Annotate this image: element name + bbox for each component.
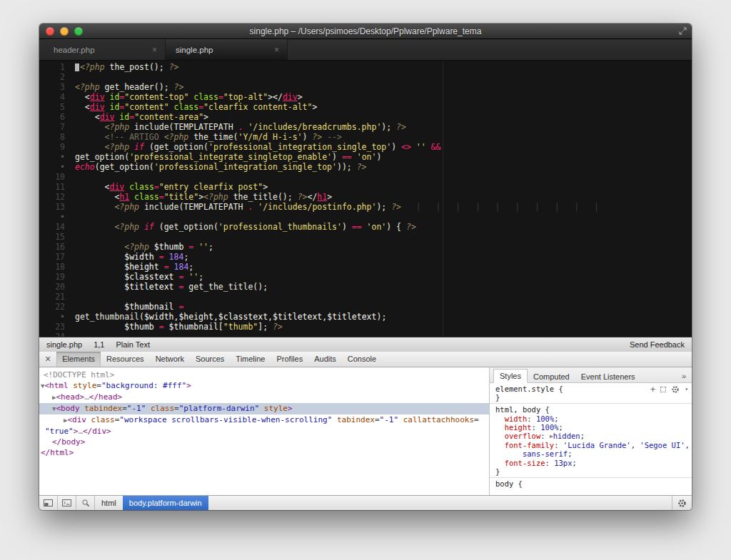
line-number[interactable]: •	[39, 152, 75, 162]
line-number[interactable]: •	[39, 212, 75, 222]
devtools-tab-network[interactable]: Network	[150, 352, 190, 367]
line-number[interactable]: 21	[39, 292, 75, 302]
dom-tree-node[interactable]: ▶<div class="workspace scrollbars-visibl…	[39, 414, 489, 426]
line-number[interactable]: 3	[39, 82, 75, 92]
editor-line[interactable]: 11 <div class="entry clearfix post">	[39, 182, 692, 192]
code-editor[interactable]: 1<?php the_post(); ?>23<?php get_header(…	[39, 61, 692, 337]
settings-gear-icon[interactable]	[672, 496, 692, 510]
sidebar-tab-styles[interactable]: Styles	[493, 369, 528, 383]
window-titlebar[interactable]: single.php – /Users/psimoes/Desktop/Pplw…	[39, 24, 692, 39]
fullscreen-icon[interactable]	[679, 27, 687, 35]
style-line[interactable]: height: 100%;	[490, 423, 692, 432]
devtools-tab-audits[interactable]: Audits	[308, 352, 342, 367]
editor-line[interactable]: 7 <?php include(TEMPLATEPATH . '/include…	[39, 122, 692, 132]
tab-close-icon[interactable]: ×	[150, 45, 159, 55]
line-number[interactable]: 4	[39, 92, 75, 102]
style-line[interactable]: width: 100%;	[490, 414, 692, 423]
editor-line[interactable]: 22 $thumbnail =	[39, 302, 692, 312]
editor-line[interactable]: •get_option('professional_integrate_sing…	[39, 152, 692, 162]
editor-line[interactable]: 2	[39, 72, 692, 82]
dom-tree-node[interactable]: ▼<body tabindex="-1" class="platform-dar…	[39, 403, 489, 414]
line-number[interactable]: 14	[39, 222, 75, 232]
zoom-button[interactable]	[74, 27, 83, 36]
editor-line[interactable]: •get_thumbnail($width,$height,$classtext…	[39, 312, 692, 322]
sidebar-tab-event-listeners[interactable]: Event Listeners	[575, 370, 641, 383]
send-feedback-link[interactable]: Send Feedback	[630, 340, 685, 349]
editor-line[interactable]: •	[39, 212, 692, 222]
editor-line[interactable]: 10	[39, 172, 692, 182]
devtools-tab-profiles[interactable]: Profiles	[271, 352, 309, 367]
line-number[interactable]: 13	[39, 202, 75, 212]
editor-line[interactable]: 13 <?php include(TEMPLATEPATH . '/includ…	[39, 202, 692, 212]
dom-tree-node[interactable]: ▶<head>…</head>	[39, 392, 489, 403]
line-number[interactable]: 19	[39, 272, 75, 282]
dock-side-icon[interactable]	[39, 496, 58, 510]
tab-close-icon[interactable]: ×	[272, 45, 281, 55]
style-line[interactable]: sans-serif;	[490, 449, 692, 458]
editor-line[interactable]: 24	[39, 332, 692, 337]
search-icon[interactable]	[76, 496, 95, 510]
line-number[interactable]: •	[39, 312, 75, 322]
line-number[interactable]: 1	[39, 62, 75, 72]
devtools-close-icon[interactable]: ×	[39, 353, 56, 366]
editor-tab-header-php[interactable]: header.php×	[44, 39, 166, 60]
line-number[interactable]: •	[39, 162, 75, 172]
editor-line[interactable]: 4 <div id="content-top" class="top-alt">…	[39, 92, 692, 102]
sidebar-overflow-icon[interactable]: »	[676, 370, 692, 382]
line-number[interactable]: 17	[39, 252, 75, 262]
editor-tab-single-php[interactable]: single.php×	[166, 39, 288, 60]
line-number[interactable]: 6	[39, 112, 75, 122]
style-line[interactable]: font-size: 13px;	[490, 459, 692, 467]
line-number[interactable]: 8	[39, 132, 75, 142]
line-number[interactable]: 9	[39, 142, 75, 152]
editor-line[interactable]: 6 <div id="content-area">	[39, 112, 692, 122]
console-toggle-icon[interactable]	[58, 496, 76, 510]
editor-line[interactable]: 19 $classtext = '';	[39, 272, 692, 282]
line-number[interactable]: 7	[39, 122, 75, 132]
editor-line[interactable]: 17 $width = 184;	[39, 252, 692, 262]
devtools-tab-timeline[interactable]: Timeline	[230, 352, 271, 367]
devtools-tab-elements[interactable]: Elements	[56, 352, 101, 367]
editor-line[interactable]: 8 <!-- ARTIGO <?php the_time('Y/m/d H-i-…	[39, 132, 692, 142]
editor-line[interactable]: 9 <?php if (get_option('professional_int…	[39, 142, 692, 152]
devtools-tab-resources[interactable]: Resources	[101, 352, 150, 367]
line-number[interactable]: 20	[39, 282, 75, 292]
status-syntax-mode[interactable]: Plain Text	[116, 340, 150, 349]
gear-dropdown-icon[interactable]: ▾	[685, 385, 688, 394]
editor-line[interactable]: 21	[39, 292, 692, 302]
style-line[interactable]: font-family: 'Lucida Grande', 'Segoe UI'…	[490, 441, 692, 449]
breadcrumb-item[interactable]: body.platform-darwin	[123, 496, 208, 510]
dom-tree-node[interactable]: </body>	[39, 437, 489, 447]
editor-line[interactable]: 14 <?php if (get_option('professional_th…	[39, 222, 692, 232]
line-number[interactable]: 11	[39, 182, 75, 192]
editor-line[interactable]: 3<?php get_header(); ?>	[39, 82, 692, 92]
devtools-tab-console[interactable]: Console	[342, 352, 382, 367]
style-line[interactable]: }	[490, 467, 692, 476]
style-line[interactable]: overflow: ▶hidden;	[490, 432, 692, 441]
editor-line[interactable]: 18 $height = 184;	[39, 262, 692, 272]
style-settings-gear-icon[interactable]	[671, 385, 680, 394]
style-line[interactable]: }	[490, 393, 692, 402]
line-number[interactable]: 15	[39, 232, 75, 242]
devtools-tab-sources[interactable]: Sources	[190, 352, 230, 367]
line-number[interactable]: 22	[39, 302, 75, 312]
editor-line[interactable]: •echo(get_option('professional_integrati…	[39, 162, 692, 172]
dom-tree-node[interactable]: "true">…</div>	[39, 426, 489, 437]
breadcrumb-item[interactable]: html	[95, 496, 123, 510]
style-line[interactable]: html, body {	[490, 405, 692, 414]
dom-tree-node[interactable]: ▼<html style="background: #fff">	[39, 380, 489, 392]
style-line[interactable]: body {	[490, 479, 692, 488]
new-style-rule-icon[interactable]: +	[650, 386, 655, 393]
line-number[interactable]: 2	[39, 72, 75, 82]
editor-line[interactable]: 20 $titletext = get_the_title();	[39, 282, 692, 292]
editor-line[interactable]: 12 <h1 class="title"><?php the_title(); …	[39, 192, 692, 202]
close-button[interactable]	[46, 27, 54, 36]
element-states-icon[interactable]	[660, 387, 666, 392]
line-number[interactable]: 16	[39, 242, 75, 252]
editor-line[interactable]: 23 $thumb = $thumbnail["thumb"]; ?>	[39, 322, 692, 332]
editor-line[interactable]: 16 <?php $thumb = '';	[39, 242, 692, 252]
line-number[interactable]: 18	[39, 262, 75, 272]
line-number[interactable]: 23	[39, 322, 75, 332]
line-number[interactable]: 24	[39, 332, 75, 337]
line-number[interactable]: 12	[39, 192, 75, 202]
